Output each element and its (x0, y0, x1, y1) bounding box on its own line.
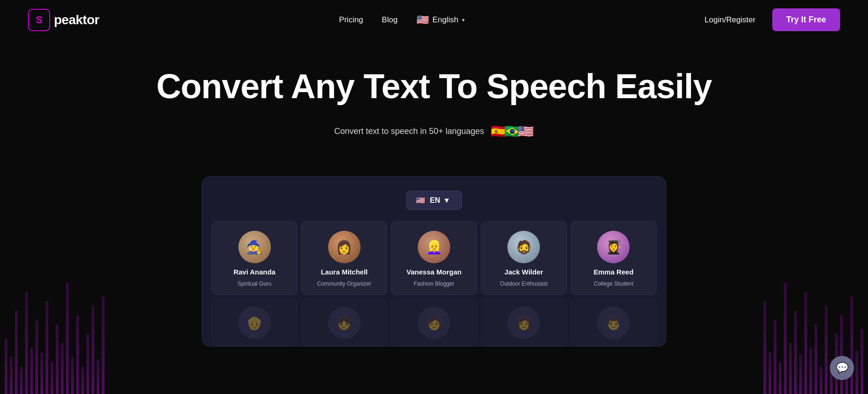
wave-bar (46, 301, 48, 394)
avatar-img: 🧙 (238, 231, 271, 263)
voice-card-vanessa[interactable]: 👱‍♀️Vanessa MorganFashion Blogger (391, 221, 477, 295)
navbar: S peaktor Pricing Blog 🇺🇸 English ▾ Logi… (0, 0, 868, 40)
avatar-img: 👩 (328, 231, 361, 263)
flag-us: 🇺🇸 (518, 124, 534, 139)
nav-links: Pricing Blog 🇺🇸 English ▾ (339, 14, 465, 26)
voice-name: Laura Mitchell (321, 268, 368, 276)
avatar-partial: 🧑 (418, 307, 450, 339)
lang-flag: 🇺🇸 (416, 14, 429, 26)
logo-text: peaktor (54, 13, 99, 27)
voice-card-jack[interactable]: 🧔Jack WilderOutdoor Enthusiast (481, 221, 567, 295)
avatar-ravi: 🧙 (238, 231, 271, 263)
voice-card-partial-r2d: 👩 (481, 299, 567, 346)
wave-bar (56, 324, 59, 394)
wave-bar (799, 354, 802, 394)
avatar-partial: 👨 (597, 307, 630, 339)
voice-name: Vanessa Morgan (407, 268, 461, 276)
voice-card-partial-r2e: 👨 (571, 299, 657, 346)
voice-card-partial-r2b: 👧 (301, 299, 387, 346)
wave-bar (81, 366, 84, 394)
login-link[interactable]: Login/Register (704, 15, 756, 25)
wave-bar (779, 361, 782, 394)
wave-bar (850, 296, 853, 394)
chat-icon: 💬 (836, 362, 848, 374)
voice-card-partial-r2a: 👴 (211, 299, 297, 346)
voices-row: 🧙Ravi AnandaSpiritual Guru👩Laura Mitchel… (211, 221, 657, 295)
wave-bar (820, 366, 822, 394)
hero-section: Convert Any Text To Speech Easily Conver… (0, 40, 868, 176)
wave-bar (86, 334, 89, 394)
wave-bar (76, 315, 79, 394)
wave-bar (51, 361, 53, 394)
voice-role: Fashion Blogger (414, 280, 454, 287)
wave-bar (763, 301, 766, 394)
wave-bar (794, 310, 797, 394)
wave-bar (61, 343, 64, 394)
wave-bar (71, 357, 74, 394)
wave-bar (804, 292, 807, 394)
pricing-link[interactable]: Pricing (339, 15, 363, 25)
hero-subtitle-text: Convert text to speech in 50+ languages (334, 127, 484, 136)
wave-bar (92, 306, 94, 394)
wave-bar (5, 338, 7, 394)
voice-role: Spiritual Guru (237, 280, 271, 287)
voice-role: Community Organizer (317, 280, 371, 287)
wave-bar (20, 366, 23, 394)
chat-bubble-button[interactable]: 💬 (830, 356, 854, 380)
voice-card-partial-r2c: 🧑 (391, 299, 477, 346)
wave-bar (825, 306, 828, 394)
voice-name: Emma Reed (593, 268, 633, 276)
voices-row-2: 👴👧🧑👩👨 (211, 295, 657, 346)
wave-bar (784, 282, 787, 394)
wave-bar (861, 329, 863, 394)
demo-lang-code: EN (430, 196, 440, 205)
avatar-partial: 👧 (328, 307, 361, 339)
wave-bar (789, 343, 792, 394)
wave-bar (102, 296, 105, 394)
demo-panel: 🇺🇸 EN ▾ 🧙Ravi AnandaSpiritual Guru👩Laura… (202, 176, 666, 347)
wave-bar (25, 292, 28, 394)
wave-bar (809, 347, 812, 394)
nav-right: Login/Register Try It Free (704, 8, 840, 31)
voice-card-laura[interactable]: 👩Laura MitchellCommunity Organizer (301, 221, 387, 295)
avatar-partial: 👩 (507, 307, 540, 339)
logo-icon: S (28, 9, 50, 31)
avatar-emma: 👩‍🎓 (597, 231, 630, 263)
try-free-button[interactable]: Try It Free (772, 8, 840, 31)
voice-card-emma[interactable]: 👩‍🎓Emma ReedCollege Student (571, 221, 657, 295)
language-selector[interactable]: 🇺🇸 English ▾ (416, 14, 465, 26)
logo[interactable]: S peaktor (28, 9, 99, 31)
wave-bar (35, 320, 38, 394)
voice-role: Outdoor Enthusiast (500, 280, 548, 287)
wave-bar (815, 324, 817, 394)
voice-card-ravi[interactable]: 🧙Ravi AnandaSpiritual Guru (211, 221, 297, 295)
wave-bar (769, 352, 771, 394)
flag-stack: 🇪🇸 🇧🇷 🇺🇸 (491, 124, 534, 139)
lang-label: English (433, 15, 459, 25)
wave-bar (30, 347, 33, 394)
wave-bar (66, 282, 69, 394)
avatar-jack: 🧔 (507, 231, 540, 263)
chevron-down-icon: ▾ (462, 17, 465, 23)
avatar-img: 👱‍♀️ (418, 231, 450, 263)
hero-subtitle: Convert text to speech in 50+ languages … (9, 124, 859, 139)
wave-bar (774, 320, 776, 394)
lang-dropdown-button[interactable]: 🇺🇸 EN ▾ (406, 191, 462, 210)
wave-bar (10, 357, 13, 394)
wave-bar (15, 310, 18, 394)
wave-bar (97, 359, 99, 394)
hero-title: Convert Any Text To Speech Easily (9, 67, 859, 105)
avatar-vanessa: 👱‍♀️ (418, 231, 450, 263)
avatar-img: 🧔 (507, 231, 540, 263)
voice-name: Ravi Ananda (233, 268, 275, 276)
blog-link[interactable]: Blog (382, 15, 398, 25)
voice-name: Jack Wilder (505, 268, 543, 276)
demo-lang-flag: 🇺🇸 (416, 196, 425, 205)
wave-bar (855, 350, 858, 394)
voice-role: College Student (594, 280, 633, 287)
avatar-img: 👩‍🎓 (597, 231, 630, 263)
avatar-partial: 👴 (238, 307, 271, 339)
wave-bar (840, 315, 843, 394)
lang-dropdown: 🇺🇸 EN ▾ (211, 191, 657, 210)
dropdown-chevron-icon: ▾ (445, 196, 448, 205)
